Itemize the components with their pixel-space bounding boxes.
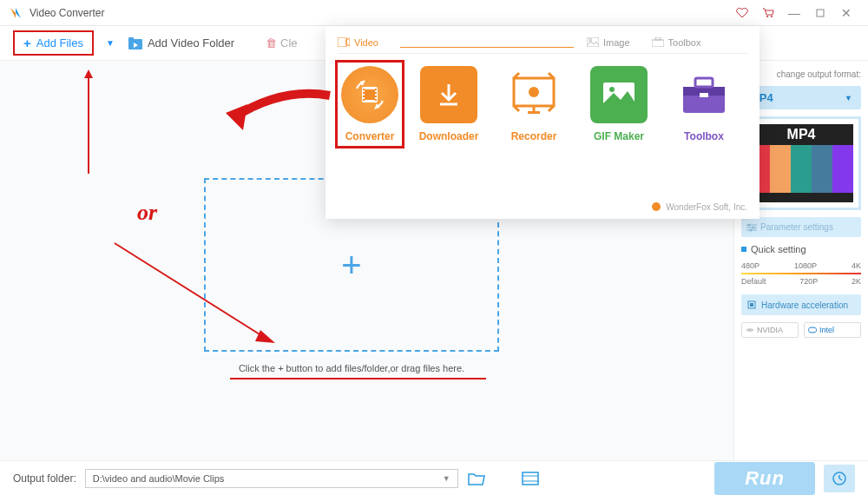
- maximize-button[interactable]: [807, 4, 833, 22]
- popup-footer: WonderFox Soft, Inc.: [651, 201, 747, 212]
- popup-tab-video[interactable]: Video: [338, 37, 378, 48]
- tool-toolbox-label: Toolbox: [684, 130, 724, 142]
- open-folder-button[interactable]: [467, 471, 486, 486]
- param-label: Parameter settings: [760, 222, 833, 232]
- svg-point-37: [529, 87, 539, 97]
- svg-rect-29: [363, 96, 365, 97]
- add-files-button[interactable]: + Add Files: [13, 30, 94, 56]
- resolution-slider[interactable]: 480P1080P4K Default720P2K: [741, 261, 861, 287]
- nvidia-icon: [746, 327, 754, 333]
- svg-rect-45: [700, 93, 708, 97]
- titlebar: Video Converter — ✕: [0, 0, 868, 26]
- tool-toolbox[interactable]: Toolbox: [669, 66, 739, 142]
- chevron-down-icon: ▼: [845, 94, 852, 102]
- chip-icon: [746, 300, 757, 310]
- clear-label: Cle: [280, 36, 298, 50]
- downloader-icon: [433, 79, 464, 110]
- svg-point-0: [766, 16, 768, 17]
- svg-point-13: [808, 327, 817, 333]
- hardware-acceleration-button[interactable]: Hardware acceleration: [741, 294, 861, 315]
- app-logo-icon: [9, 6, 23, 20]
- dropzone-plus-icon: +: [341, 246, 361, 285]
- tool-converter[interactable]: Converter: [335, 60, 404, 148]
- tool-converter-label: Converter: [345, 130, 395, 142]
- app-title: Video Converter: [30, 7, 105, 19]
- svg-point-22: [589, 39, 591, 42]
- popup-tab-image[interactable]: Image: [587, 37, 630, 48]
- tool-gif-label: GIF Maker: [594, 130, 644, 142]
- plus-icon: +: [23, 36, 31, 50]
- clear-list-button[interactable]: 🗑 Cle: [266, 36, 298, 50]
- add-files-dropdown[interactable]: ▼: [106, 38, 115, 48]
- chevron-down-icon: ▼: [443, 474, 450, 483]
- svg-rect-20: [338, 37, 346, 47]
- image-icon: [587, 37, 599, 47]
- add-files-label: Add Files: [36, 36, 83, 50]
- svg-rect-33: [375, 96, 377, 97]
- svg-point-8: [748, 223, 751, 226]
- svg-rect-38: [528, 111, 540, 114]
- bottom-bar: Output folder: D:\video and audio\Movie …: [0, 460, 868, 495]
- clock-icon: [832, 471, 847, 486]
- add-video-folder-button[interactable]: Add Video Folder: [123, 33, 240, 53]
- output-folder-path[interactable]: D:\video and audio\Movie Clips ▼: [85, 469, 458, 488]
- converter-icon: [355, 80, 385, 109]
- svg-point-1: [771, 16, 773, 17]
- quick-setting-label: Quick setting: [751, 244, 806, 254]
- svg-line-19: [839, 478, 842, 480]
- svg-rect-26: [365, 89, 375, 100]
- svg-rect-23: [652, 40, 664, 47]
- merge-button[interactable]: [521, 471, 540, 486]
- toolbox-icon: [678, 73, 730, 116]
- trash-icon: 🗑: [266, 36, 277, 50]
- intel-badge[interactable]: Intel: [804, 322, 861, 338]
- hw-label: Hardware acceleration: [761, 300, 848, 310]
- svg-rect-30: [363, 99, 365, 101]
- minimize-button[interactable]: —: [781, 4, 807, 22]
- quick-setting-header: Quick setting: [741, 244, 861, 254]
- annotation-arrow-curved: [221, 82, 334, 143]
- svg-rect-32: [375, 92, 377, 94]
- svg-rect-44: [695, 78, 713, 87]
- svg-point-41: [609, 87, 615, 92]
- svg-rect-12: [750, 303, 753, 307]
- tool-recorder[interactable]: Recorder: [499, 66, 569, 142]
- toolbox-small-icon: [652, 37, 664, 47]
- svg-point-46: [652, 202, 661, 211]
- svg-rect-27: [363, 89, 365, 90]
- annotation-or-text: or: [137, 200, 157, 226]
- popup-tab-toolbox[interactable]: Toolbox: [652, 37, 701, 48]
- add-folder-label: Add Video Folder: [148, 36, 234, 50]
- nvidia-badge[interactable]: NVIDIA: [741, 322, 799, 338]
- wonderfox-icon: [651, 201, 661, 212]
- video-icon: [338, 37, 350, 47]
- svg-point-10: [750, 228, 753, 231]
- run-button[interactable]: Run: [714, 462, 815, 495]
- format-thumb-label: MP4: [749, 124, 853, 145]
- dropzone-hint: Click the + button to add files/folder,o…: [204, 363, 499, 373]
- tool-downloader-label: Downloader: [419, 130, 479, 142]
- svg-point-9: [753, 226, 755, 228]
- svg-rect-4: [128, 37, 134, 41]
- tool-palette-popup: Video Image Toolbox Converter Downloader: [326, 26, 760, 219]
- svg-rect-24: [655, 37, 661, 40]
- sliders-icon: [746, 223, 757, 232]
- parameter-settings-button[interactable]: Parameter settings: [741, 217, 861, 237]
- like-icon[interactable]: [729, 4, 755, 22]
- quick-setting-dot-icon: [741, 247, 746, 252]
- close-button[interactable]: ✕: [833, 4, 859, 22]
- annotation-underline: [230, 378, 486, 380]
- svg-rect-28: [363, 92, 365, 94]
- intel-icon: [808, 327, 817, 333]
- tool-gif-maker[interactable]: GIF Maker: [584, 66, 654, 142]
- tool-downloader[interactable]: Downloader: [414, 66, 483, 142]
- cart-icon[interactable]: [755, 4, 781, 22]
- output-folder-label: Output folder:: [13, 472, 76, 485]
- svg-rect-34: [375, 99, 377, 101]
- tool-recorder-label: Recorder: [511, 130, 557, 142]
- recorder-icon: [505, 66, 562, 123]
- schedule-button[interactable]: [824, 465, 855, 492]
- video-folder-icon: [128, 37, 142, 50]
- svg-line-48: [115, 243, 266, 339]
- gif-icon: [602, 81, 636, 109]
